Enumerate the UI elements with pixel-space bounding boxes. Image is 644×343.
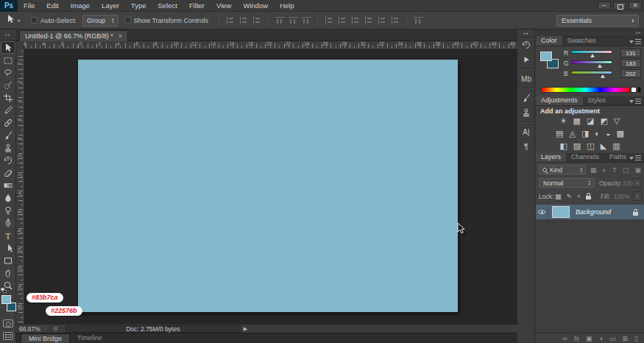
- path-selection-tool-icon[interactable]: [1, 241, 15, 254]
- auto-align-layers-icon[interactable]: [414, 16, 423, 24]
- delete-layer-icon[interactable]: ▯: [634, 335, 638, 342]
- show-transform-checkbox[interactable]: [124, 17, 131, 24]
- close-icon[interactable]: ✕: [629, 1, 642, 10]
- white-swatch[interactable]: [631, 87, 637, 93]
- quick-mask-icon[interactable]: [3, 319, 13, 328]
- color-spectrum-bar[interactable]: [541, 87, 630, 93]
- restore-icon[interactable]: [613, 1, 626, 10]
- gradient-tool-icon[interactable]: [1, 179, 15, 191]
- new-adjustment-icon[interactable]: ◑: [599, 335, 603, 342]
- spot-healing-brush-tool-icon[interactable]: [1, 116, 15, 129]
- document-canvas[interactable]: [78, 60, 458, 312]
- blur-tool-icon[interactable]: [1, 191, 15, 204]
- channel-value-field[interactable]: 202: [620, 69, 641, 78]
- visibility-cell[interactable]: [536, 205, 548, 219]
- channel-value-field[interactable]: 131: [620, 49, 641, 57]
- auto-select-target-dropdown[interactable]: Group: [82, 15, 118, 26]
- tab-adjustments[interactable]: Adjustments: [536, 96, 583, 105]
- layer-thumbnail[interactable]: [552, 206, 570, 218]
- slider-thumb-icon[interactable]: [601, 74, 605, 78]
- menu-help[interactable]: Help: [274, 0, 300, 12]
- default-colors-icon[interactable]: [1, 288, 4, 291]
- eye-icon[interactable]: [538, 210, 545, 214]
- tab-channels[interactable]: Channels: [566, 152, 604, 162]
- new-group-icon[interactable]: ▭: [609, 335, 616, 342]
- exposure-icon[interactable]: ◩: [600, 116, 607, 126]
- tab-layers[interactable]: Layers: [536, 152, 566, 162]
- black-swatch[interactable]: [637, 87, 641, 93]
- align-horizontal-centers-icon[interactable]: [289, 16, 298, 24]
- tab-color[interactable]: Color: [536, 36, 562, 46]
- filter-type-icon[interactable]: T: [612, 166, 617, 174]
- blend-mode-dropdown[interactable]: Normal: [539, 178, 595, 188]
- channel-slider[interactable]: [571, 60, 612, 64]
- tab-swatches[interactable]: Swatches: [562, 36, 601, 46]
- eraser-tool-icon[interactable]: [1, 166, 15, 179]
- status-menu-arrow-icon[interactable]: ▶: [244, 326, 247, 332]
- slider-thumb-icon[interactable]: [598, 64, 602, 68]
- distribute-vertical-centers-icon[interactable]: [338, 16, 347, 24]
- layer-row[interactable]: Background: [536, 205, 644, 219]
- panel-menu-icon[interactable]: [629, 39, 641, 44]
- new-layer-icon[interactable]: ⊞: [623, 335, 629, 342]
- rectangle-tool-icon[interactable]: [1, 254, 15, 266]
- status-circle-icon[interactable]: [52, 325, 59, 332]
- character-panel-icon[interactable]: A|: [517, 124, 535, 139]
- crop-tool-icon[interactable]: [1, 91, 15, 104]
- menu-image[interactable]: Image: [65, 0, 96, 12]
- lasso-tool-icon[interactable]: [1, 66, 15, 79]
- actions-panel-icon[interactable]: [517, 52, 535, 67]
- lock-all-icon[interactable]: [586, 196, 591, 199]
- zoom-level-field[interactable]: 66.67%: [16, 325, 45, 333]
- slider-thumb-icon[interactable]: [590, 54, 595, 57]
- rectangular-marquee-tool-icon[interactable]: [1, 54, 15, 66]
- align-right-edges-icon[interactable]: [302, 16, 311, 24]
- color-lookup-icon[interactable]: ▩: [617, 129, 624, 138]
- align-bottom-edges-icon[interactable]: [252, 16, 262, 24]
- align-vertical-centers-icon[interactable]: [239, 16, 249, 24]
- selective-color-icon[interactable]: ▥: [612, 141, 620, 151]
- filter-adjustment-icon[interactable]: ◐: [603, 166, 606, 174]
- tab-mini-bridge[interactable]: Mini Bridge: [21, 333, 70, 343]
- auto-select-checkbox[interactable]: [31, 17, 38, 24]
- align-top-edges-icon[interactable]: [226, 16, 236, 24]
- brush-tool-icon[interactable]: [1, 129, 15, 141]
- foreground-color-proxy[interactable]: [540, 52, 552, 61]
- filter-shape-icon[interactable]: ▢: [623, 166, 629, 174]
- lock-transparency-icon[interactable]: ▩: [555, 193, 562, 200]
- document-tab[interactable]: Untitled-1 @ 66.7% (RGB/8) * ×: [19, 30, 128, 41]
- filter-pixel-icon[interactable]: ▦: [590, 166, 597, 174]
- minimize-icon[interactable]: ─: [598, 1, 611, 10]
- distribute-bottom-edges-icon[interactable]: [351, 16, 361, 24]
- dodge-tool-icon[interactable]: [1, 204, 15, 216]
- layer-style-icon[interactable]: fx: [574, 335, 579, 342]
- menu-file[interactable]: File: [18, 0, 40, 12]
- tool-preset-picker[interactable]: ▾: [5, 14, 20, 27]
- vertical-ruler[interactable]: 02468101214161820222426: [16, 49, 24, 324]
- levels-icon[interactable]: ▦: [573, 116, 581, 126]
- channel-slider[interactable]: [571, 71, 612, 74]
- panel-menu-icon[interactable]: [629, 155, 641, 160]
- foreground-color-swatch[interactable]: [1, 295, 11, 304]
- history-brush-tool-icon[interactable]: [1, 154, 15, 166]
- hand-tool-icon[interactable]: [1, 266, 15, 279]
- menu-window[interactable]: Window: [237, 0, 274, 12]
- screen-mode-icon[interactable]: [3, 332, 13, 340]
- filter-smart-icon[interactable]: ▣: [634, 166, 641, 174]
- paragraph-panel-icon[interactable]: ¶: [517, 139, 535, 154]
- menu-filter[interactable]: Filter: [183, 0, 210, 12]
- workspace-switcher[interactable]: Essentials: [556, 15, 639, 26]
- menu-view[interactable]: View: [210, 0, 237, 12]
- link-layers-icon[interactable]: ∞: [563, 335, 567, 342]
- menu-layer[interactable]: Layer: [96, 0, 125, 12]
- curves-icon[interactable]: ◪: [587, 116, 594, 126]
- fill-dropdown-icon[interactable]: ▾: [633, 191, 642, 201]
- horizontal-ruler[interactable]: 6420246810121416182022242628303234363840…: [16, 41, 517, 49]
- panel-menu-icon[interactable]: [629, 99, 641, 104]
- distribute-left-edges-icon[interactable]: [364, 16, 374, 24]
- clone-stamp-tool-icon[interactable]: [1, 141, 15, 154]
- pen-tool-icon[interactable]: [1, 216, 15, 229]
- close-tab-icon[interactable]: ×: [118, 32, 122, 40]
- quick-selection-tool-icon[interactable]: [1, 79, 15, 91]
- clone-source-panel-icon[interactable]: [517, 105, 535, 120]
